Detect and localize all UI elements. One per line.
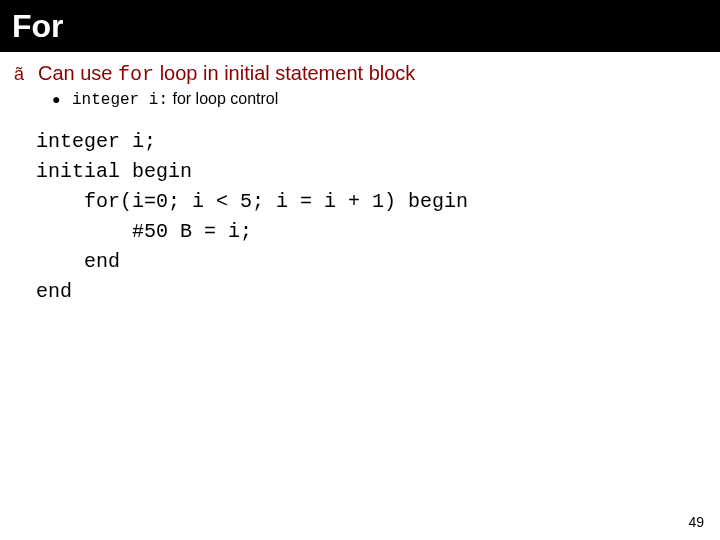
subbullet-text: integer i: for loop control — [72, 90, 278, 109]
title-bar: For — [0, 0, 720, 52]
bullet-text-before: Can use — [38, 62, 118, 84]
bullet-marker-icon: ã — [14, 64, 28, 85]
bullet-item: ã Can use for loop in initial statement … — [14, 62, 706, 86]
slide-title: For — [12, 8, 64, 45]
bullet-text: Can use for loop in initial statement bl… — [38, 62, 415, 86]
bullet-text-after: loop in initial statement block — [154, 62, 415, 84]
subbullet-text-after: for loop control — [168, 90, 278, 107]
page-number: 49 — [688, 514, 704, 530]
subbullet-code-inline: integer i: — [72, 91, 168, 109]
content-area: ã Can use for loop in initial statement … — [0, 52, 720, 307]
subbullet-marker-icon: ● — [52, 92, 62, 102]
subbullet-item: ● integer i: for loop control — [52, 90, 706, 109]
bullet-code-inline: for — [118, 63, 154, 86]
code-block: integer i; initial begin for(i=0; i < 5;… — [36, 127, 706, 307]
